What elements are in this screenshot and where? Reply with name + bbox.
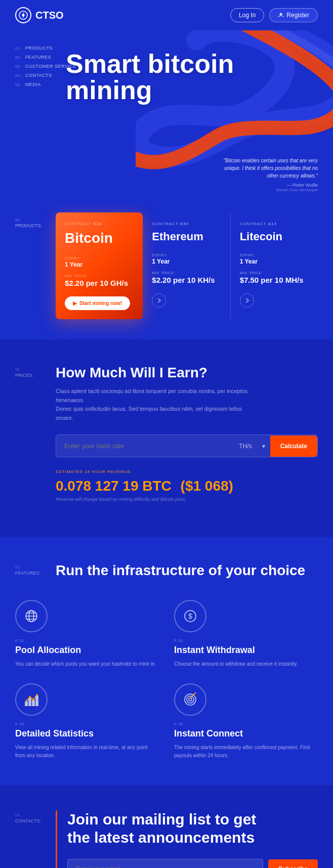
product-card-litecoin[interactable]: CONTRACT A13 Litecoin EXPIRY: 1 Year MIN… [231, 212, 318, 319]
quote-text: "Bitcoin enables certain uses that are v… [217, 157, 318, 180]
nav-item-media[interactable]: 05. MEDIA [15, 82, 76, 87]
svg-point-15 [29, 696, 31, 698]
nav-item-products[interactable]: 01. PRODUCTS [15, 46, 76, 51]
header-buttons: Log In Register [230, 8, 318, 22]
contacts-section: 04. CONTACTS: Join our mailing list to g… [0, 785, 333, 868]
expiry-label: EXPIRY: [240, 253, 309, 257]
feature-num: F. 01 [15, 638, 159, 643]
price-value: $7.50 per 10 MH/s [240, 276, 309, 284]
expiry-value: 1 Year [152, 258, 221, 265]
prices-title: How Much Will I Earn? [56, 365, 318, 381]
prices-desc-1: Class aptent taciti sociosqu ad litora t… [56, 387, 258, 405]
user-icon [278, 12, 284, 18]
revenue-usd: ($1 068) [181, 478, 233, 494]
contract-label: CONTRACT G20 [65, 222, 134, 226]
features-grid: F. 01 Pool Allocation You can decide whi… [15, 600, 318, 759]
logo-text: CTSO [35, 10, 64, 21]
email-input[interactable] [67, 859, 263, 868]
hashrate-input[interactable] [56, 435, 234, 457]
product-name: Bitcoin [65, 230, 134, 246]
prices-side-label: 02. PRICES: [15, 365, 56, 502]
svg-line-21 [194, 692, 196, 695]
features-side-label: 03. FEATURES: [15, 562, 56, 585]
feature-title: Instant Withdrawal [174, 645, 318, 656]
svg-point-1 [22, 14, 24, 16]
calculator-box: TH/s ▾ Calculate [56, 435, 318, 457]
arrow-button[interactable] [152, 293, 166, 308]
svg-point-19 [187, 696, 194, 703]
revenue-btc: 0.078 127 19 BTC [56, 478, 172, 494]
expiry-label: EXPIRY: [65, 256, 134, 260]
coin-icon: $ [174, 600, 206, 632]
globe-icon [15, 600, 48, 632]
unit-dropdown[interactable]: ▾ [257, 443, 270, 450]
prices-section: 02. PRICES: How Much Will I Earn? Class … [0, 339, 333, 537]
prices-content: How Much Will I Earn? Class aptent tacit… [56, 365, 318, 502]
hero-ribbon-decoration [136, 30, 333, 172]
contract-label: CONTRACT A13 [240, 222, 309, 226]
feature-title: Detailed Statistics [15, 728, 159, 740]
feature-num: F. 04 [174, 722, 318, 726]
nav-item-customer-service[interactable]: 03. CUSTOMER SERVICE [15, 64, 76, 69]
contacts-title: Join our mailing list to get the latest … [67, 810, 318, 847]
feature-desc: Choose the amount to withdraw and receiv… [174, 660, 318, 668]
quote-role: Bitcoin Core Developer [217, 188, 318, 192]
svg-rect-11 [29, 699, 31, 706]
feature-title: Pool Allocation [15, 645, 159, 656]
features-section: 03. FEATURES: Run the infrastructure of … [0, 537, 333, 785]
unit-label: TH/s [234, 443, 257, 450]
feature-num: F. 02 [174, 638, 318, 643]
feature-item-chart: F. 03 Detailed Statistics View all minin… [15, 683, 159, 760]
subscribe-button[interactable]: Subscribe [268, 859, 318, 868]
feature-num: F. 03 [15, 722, 159, 726]
svg-rect-13 [36, 696, 38, 706]
product-card-ethereum[interactable]: CONTRACT E50 Ethereum EXPIRY: 1 Year MIN… [143, 212, 230, 319]
products-cards: CONTRACT G20 Bitcoin EXPIRY: 1 Year MIN.… [56, 212, 318, 319]
target-icon [174, 683, 206, 716]
expiry-label: EXPIRY: [152, 253, 221, 257]
products-label: 01. PRODUCTS: [15, 212, 56, 319]
product-name: Litecoin [240, 230, 309, 243]
calculate-button[interactable]: Calculate [270, 436, 317, 457]
revenue-note: Revenue will change based on mining diff… [56, 497, 318, 502]
svg-rect-10 [25, 702, 27, 706]
side-nav: 01. PRODUCTS02. FEATURES03. CUSTOMER SER… [15, 46, 76, 91]
price-label: MIN. PRICE: [65, 274, 134, 278]
expiry-value: 1 Year [65, 261, 134, 268]
svg-point-2 [280, 13, 282, 16]
revenue-amount: 0.078 127 19 BTC ($1 068) [56, 476, 318, 495]
contacts-content: Join our mailing list to get the latest … [56, 810, 318, 868]
hero-quote: "Bitcoin enables certain uses that are v… [217, 157, 318, 192]
nav-item-contacts[interactable]: 04. CONTACTS [15, 73, 76, 78]
products-section: 01. PRODUCTS: CONTRACT G20 Bitcoin EXPIR… [0, 202, 333, 339]
price-value: $2.20 per 10 GH/s [65, 279, 134, 287]
header: CTSO Log In Register [0, 0, 333, 30]
hero-section: 01. PRODUCTS02. FEATURES03. CUSTOMER SER… [0, 30, 333, 202]
product-name: Ethereum [152, 230, 221, 243]
chart-icon [15, 683, 48, 716]
logo[interactable]: CTSO [15, 7, 64, 23]
register-button[interactable]: Register [269, 8, 318, 22]
price-label: MIN. PRICE: [240, 271, 309, 275]
svg-point-20 [189, 698, 192, 701]
arrow-button[interactable] [240, 293, 254, 308]
feature-item-globe: F. 01 Pool Allocation You can decide whi… [15, 600, 159, 668]
feature-item-coin: $ F. 02 Instant Withdrawal Choose the am… [174, 600, 318, 668]
nav-item-features[interactable]: 02. FEATURES [15, 55, 76, 60]
feature-item-target: F. 04 Instant Connect The mining starts … [174, 683, 318, 760]
contract-label: CONTRACT E50 [152, 222, 221, 226]
email-form: Subscribe [67, 859, 318, 868]
start-mining-button[interactable]: ▶ Start mining now! [65, 296, 130, 310]
svg-point-17 [36, 694, 38, 696]
feature-desc: View all mining related information in r… [15, 744, 159, 760]
svg-rect-12 [32, 701, 34, 706]
prices-header: 02. PRICES: How Much Will I Earn? Class … [15, 365, 318, 502]
product-card-bitcoin[interactable]: CONTRACT G20 Bitcoin EXPIRY: 1 Year MIN.… [56, 212, 143, 319]
prices-desc-2: Donec quis sollicitudin lacus. Sed tempu… [56, 405, 258, 422]
quote-author: — Pieter Wuille [217, 183, 318, 188]
features-title: Run the infrastructure of your choice [56, 562, 318, 579]
svg-point-16 [32, 699, 34, 701]
login-button[interactable]: Log In [230, 8, 264, 22]
contacts-side-label: 04. CONTACTS: [15, 810, 56, 868]
feature-desc: The mining starts immediately after conf… [174, 744, 318, 760]
